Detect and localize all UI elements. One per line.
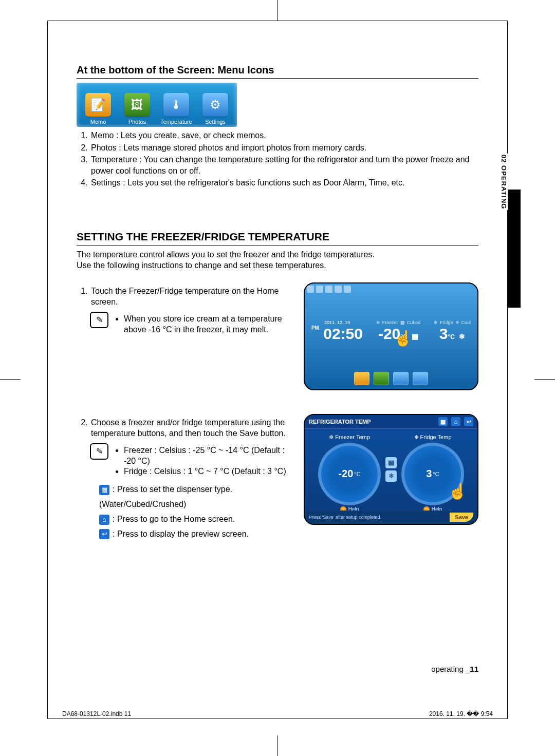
heading-setting-temperature: SETTING THE FREEZER/FRIDGE TEMPERATURE	[77, 231, 478, 245]
step-list: Choose a freezer and/or fridge temperatu…	[77, 417, 297, 440]
icon-help-text: : Press to go to the Home screen.	[113, 515, 235, 523]
figure-home-screen: 2011. 12. 19 PM 02:50 ❄ Freezer ▦ Cubed …	[304, 282, 478, 390]
page-outer: 02 OPERATING At the bottom of the Screen…	[0, 0, 555, 756]
menu-label: Memo	[90, 119, 106, 125]
dispenser-icon: ▦	[99, 485, 109, 495]
footnote-text: Press 'Save' after setup completed.	[309, 515, 381, 520]
list-item: Memo : Lets you create, save, or check m…	[90, 130, 478, 142]
page-number: 11	[470, 665, 478, 673]
menu-bar-figure: 📝 Memo 🖼 Photos 🌡 Temperature ⚙ Settings	[77, 83, 237, 127]
list-item: Temperature : You can change the tempera…	[90, 154, 478, 177]
freezer-dial-label: Freezer Temp	[335, 434, 370, 440]
step1-row: Touch the Freezer/Fridge temperature on …	[77, 282, 478, 390]
save-button: Save	[450, 513, 473, 522]
print-timestamp: 2016. 11. 19. �� 9:54	[429, 710, 493, 717]
home-icon: ⌂	[451, 417, 460, 426]
footer-section-label: operating _	[431, 665, 470, 673]
tag-freezer: Freezer	[382, 320, 398, 325]
icon-help-list: ▦: Press to set the dispenser type. (Wat…	[99, 482, 297, 541]
list-item: Photos : Lets manage stored photos and i…	[90, 142, 478, 155]
back-icon: ↩	[99, 529, 109, 539]
crop-mark	[0, 379, 21, 380]
home-icon: ⌂	[99, 515, 109, 525]
menu-label: Temperature	[160, 119, 192, 125]
menu-label: Settings	[205, 119, 226, 125]
photos-icon	[374, 372, 389, 385]
note-list: Freezer : Celsius : -25 °C ~ -14 °C (Def…	[114, 445, 297, 477]
center-icons: ▦❄	[382, 457, 400, 482]
note-icon: ✎	[90, 443, 108, 460]
tag-cool: Cool	[461, 320, 471, 325]
step2-text: Choose a freezer and/or fridge temperatu…	[77, 414, 297, 542]
side-tab-operating: 02 OPERATING	[500, 154, 508, 210]
page-frame: 02 OPERATING At the bottom of the Screen…	[47, 21, 508, 719]
crop-mark	[534, 379, 555, 380]
intro-text: The temperature control allows you to se…	[77, 250, 478, 271]
settings-icon	[413, 372, 428, 385]
icon-help-text: : Press to display the preview screen.	[113, 530, 249, 538]
crop-mark	[278, 735, 278, 756]
ampm: PM	[311, 325, 319, 331]
intro-line: Use the following instructions to change…	[77, 261, 326, 270]
icon-help-text: : Press to set the dispenser type. (Wate…	[99, 485, 232, 508]
tag-fridge: Fridge	[440, 320, 453, 325]
list-item: Fridge : Celsius : 1 °C ~ 7 °C (Default …	[124, 466, 297, 477]
freezer-temp: -20	[338, 468, 353, 480]
thumb-index-tab	[508, 190, 521, 308]
heading-menu-icons: At the bottom of the Screen: Menu Icons	[77, 64, 478, 79]
step-list: Touch the Freezer/Fridge temperature on …	[77, 286, 297, 309]
fridge-temp: 3	[439, 325, 448, 342]
temperature-icon	[393, 372, 409, 385]
list-item: Freezer : Celsius : -25 °C ~ -14 °C (Def…	[124, 445, 297, 467]
list-item: When you store ice cream at a temperatur…	[124, 314, 297, 335]
intro-line: The temperature control allows you to se…	[77, 250, 375, 259]
page-footer: operating _11	[77, 665, 478, 673]
photos-icon: 🖼	[124, 93, 150, 117]
menu-item-settings: ⚙ Settings	[196, 93, 235, 125]
settings-icon: ⚙	[202, 93, 228, 117]
note-block: ✎ When you store ice cream at a temperat…	[90, 312, 297, 335]
note-icon: ✎	[90, 312, 108, 328]
content: At the bottom of the Screen: Menu Icons …	[77, 64, 478, 541]
memo-icon	[354, 372, 369, 385]
figure-temp-screen: REFRIGERATOR TEMP ▦ ⌂ ↩ ❄ Freezer Temp -…	[304, 414, 478, 525]
unit: °C	[433, 471, 439, 477]
status-bar	[305, 284, 477, 295]
temperature-icon: 🌡	[163, 93, 189, 117]
step1-text: Touch the Freezer/Fridge temperature on …	[77, 282, 297, 335]
print-file-name: DA68-01312L-02.indb 11	[62, 710, 131, 717]
list-item: Settings : Lets you set the refrigerator…	[90, 177, 478, 190]
menu-description-list: Memo : Lets you create, save, or check m…	[77, 130, 478, 190]
time-text: 02:50	[323, 325, 363, 342]
tag-cubed: Cubed	[407, 320, 421, 325]
menu-label: Photos	[128, 119, 146, 125]
menu-item-temperature: 🌡 Temperature	[157, 93, 196, 125]
bottom-icons	[305, 368, 477, 389]
fridge-temp: 3	[426, 468, 432, 480]
list-item: Choose a freezer and/or fridge temperatu…	[90, 417, 297, 440]
hand-pointer-icon: ☝	[394, 329, 413, 347]
list-item: Touch the Freezer/Fridge temperature on …	[90, 286, 297, 309]
menu-item-memo: 📝 Memo	[79, 93, 118, 125]
dispenser-icon: ▦	[438, 417, 448, 426]
note-list: When you store ice cream at a temperatur…	[114, 314, 297, 335]
date-text: 2011. 12. 19	[311, 320, 363, 325]
back-icon: ↩	[464, 417, 473, 426]
step2-row: Choose a freezer and/or fridge temperatu…	[77, 414, 478, 542]
note-block: ✎ Freezer : Celsius : -25 °C ~ -14 °C (D…	[90, 443, 297, 477]
fridge-dial-label: Fridge Temp	[420, 434, 452, 440]
screen-title: REFRIGERATOR TEMP	[309, 419, 371, 425]
unit: °C	[448, 333, 455, 341]
menu-item-photos: 🖼 Photos	[118, 93, 157, 125]
crop-mark	[278, 0, 278, 21]
freezer-dial: -20°C	[318, 443, 381, 505]
hand-pointer-icon: ☝	[448, 482, 467, 500]
memo-icon: 📝	[85, 93, 111, 117]
unit: °C	[354, 471, 360, 477]
